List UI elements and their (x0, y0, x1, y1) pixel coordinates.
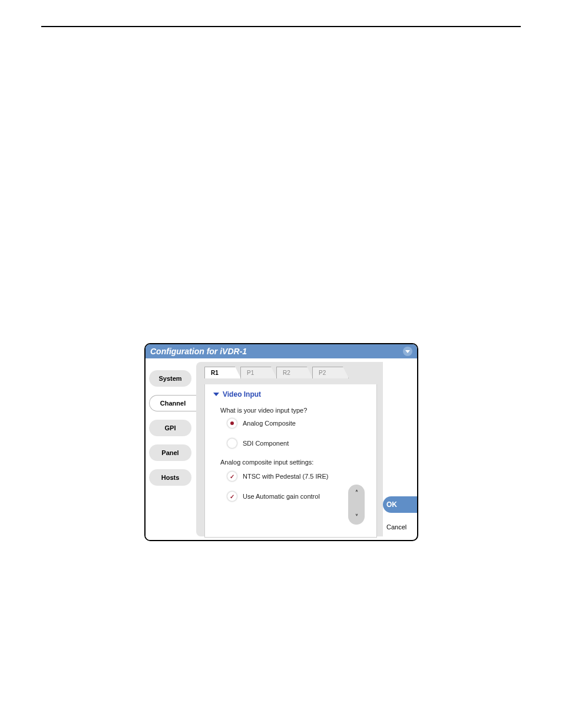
radio-sdi-component[interactable]: SDI Component (227, 439, 368, 448)
check-label: Use Automatic gain control (243, 493, 320, 500)
tab-p2[interactable]: P2 (312, 367, 349, 378)
chevron-down-icon (405, 348, 411, 354)
dialog-body: System Channel GPI Panel Hosts R1 P1 R2 … (146, 358, 417, 540)
analog-settings-heading: Analog composite input settings: (220, 459, 368, 466)
video-input-question: What is your video input type? (220, 407, 368, 414)
scroll-capsule: ˄ ˅ (348, 485, 365, 525)
check-label: NTSC with Pedestal (7.5 IRE) (243, 473, 329, 480)
titlebar: Configuration for iVDR-1 (146, 344, 417, 358)
radio-icon (227, 439, 237, 448)
radio-icon (227, 419, 237, 428)
sidebar-item-channel[interactable]: Channel (149, 395, 196, 411)
radio-label: SDI Component (243, 440, 289, 447)
radio-label: Analog Composite (243, 420, 296, 427)
content-panel: R1 P1 R2 P2 Video Input What is your vid… (196, 362, 383, 536)
tab-p1[interactable]: P1 (240, 367, 277, 378)
titlebar-dropdown-button[interactable] (403, 347, 412, 356)
sidebar-item-system[interactable]: System (149, 370, 191, 387)
dialog-title: Configuration for iVDR-1 (150, 344, 247, 358)
tabrow: R1 P1 R2 P2 (204, 367, 377, 378)
cancel-button[interactable]: Cancel (383, 523, 406, 531)
disclosure-triangle-icon (213, 393, 219, 396)
page-divider (41, 26, 521, 27)
tabpage-r1: Video Input What is your video input typ… (204, 384, 377, 538)
action-column: OK Cancel (383, 358, 417, 540)
tab-r2[interactable]: R2 (276, 367, 313, 378)
scroll-up-button[interactable]: ˄ (355, 489, 358, 496)
ok-button[interactable]: OK (383, 496, 417, 513)
checkbox-icon: ✓ (227, 492, 237, 501)
scroll-down-button[interactable]: ˅ (355, 513, 358, 520)
config-dialog: Configuration for iVDR-1 System Channel … (144, 343, 418, 541)
check-ntsc-pedestal[interactable]: ✓ NTSC with Pedestal (7.5 IRE) (227, 472, 368, 481)
sidebar-item-hosts[interactable]: Hosts (149, 469, 191, 486)
section-header-video-input[interactable]: Video Input (213, 390, 368, 398)
section-title: Video Input (223, 390, 261, 398)
check-auto-gain[interactable]: ✓ Use Automatic gain control (227, 492, 368, 501)
radio-analog-composite[interactable]: Analog Composite (227, 419, 368, 428)
sidebar-item-panel[interactable]: Panel (149, 444, 191, 461)
checkbox-icon: ✓ (227, 472, 237, 481)
svg-marker-0 (405, 350, 410, 353)
sidebar-item-gpi[interactable]: GPI (149, 420, 191, 436)
tab-r1[interactable]: R1 (204, 367, 241, 378)
sidebar: System Channel GPI Panel Hosts (146, 358, 196, 540)
